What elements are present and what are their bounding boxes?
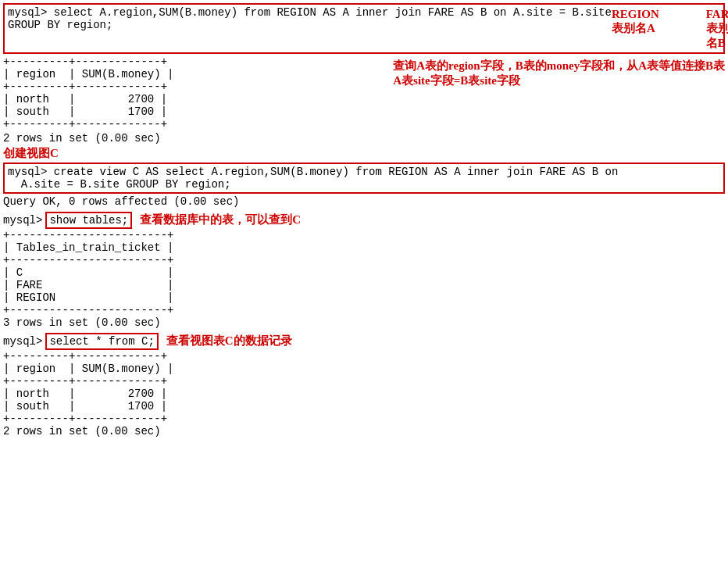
select-sep-1: +---------+-------------+ bbox=[3, 350, 725, 362]
select-row-north: | north | 2700 | bbox=[3, 388, 725, 400]
select-row-south: | south | 1700 | bbox=[3, 400, 725, 412]
show-annotation: 查看数据库中的表，可以查到C bbox=[140, 212, 301, 227]
result-1: 2 rows in set (0.00 sec) bbox=[3, 132, 725, 145]
show-row-c: | C | bbox=[3, 266, 725, 279]
create-query-line2: A.site = B.site GROUP BY region; bbox=[8, 178, 720, 191]
create-view-label: 创建视图C bbox=[3, 147, 59, 159]
show-row-fare: | FARE | bbox=[3, 279, 725, 291]
show-sep-3: +------------------------+ bbox=[3, 304, 725, 316]
fare-alias-label: FARE表别名B bbox=[706, 8, 728, 51]
query-line2: GROUP BY region; bbox=[8, 19, 112, 31]
table-sep-3: +---------+-------------+ bbox=[3, 118, 373, 130]
select-sep-2: +---------+-------------+ bbox=[3, 375, 725, 388]
select-header: | region | SUM(B.money) | bbox=[3, 362, 725, 375]
table-row-north: | north | 2700 | bbox=[3, 93, 373, 105]
table-sep-1: +---------+-------------+ bbox=[3, 55, 373, 68]
show-sep-1: +------------------------+ bbox=[3, 229, 725, 241]
show-prompt: mysql> bbox=[3, 214, 42, 227]
table-sep-2: +---------+-------------+ bbox=[3, 80, 373, 93]
create-query-line1: mysql> create view C AS select A.region,… bbox=[8, 166, 720, 178]
select-prompt: mysql> bbox=[3, 335, 42, 348]
table-header: | region | SUM(B.money) | bbox=[3, 68, 373, 80]
show-sep-2: +------------------------+ bbox=[3, 254, 725, 266]
query-ok: Query OK, 0 rows affected (0.00 sec) bbox=[3, 195, 725, 208]
show-row-region: | REGION | bbox=[3, 291, 725, 304]
select-sep-3: +---------+-------------+ bbox=[3, 412, 725, 425]
annotation-line2: A表site字段=B表site字段 bbox=[393, 73, 725, 88]
select-command[interactable]: select * from C; bbox=[45, 333, 158, 350]
result-3: 2 rows in set (0.00 sec) bbox=[3, 425, 725, 438]
result-2: 3 rows in set (0.00 sec) bbox=[3, 316, 725, 329]
show-command[interactable]: show tables; bbox=[45, 212, 132, 229]
table-row-south: | south | 1700 | bbox=[3, 105, 373, 118]
query-block-1: mysql> select A.region,SUM(B.money) from… bbox=[3, 3, 725, 54]
query-line1: mysql> select A.region,SUM(B.money) from… bbox=[8, 6, 612, 19]
annotation-line1: 查询A表的region字段，B表的money字段和，从A表等值连接B表 bbox=[393, 59, 725, 73]
create-view-block: mysql> create view C AS select A.region,… bbox=[3, 162, 725, 194]
show-header: | Tables_in_train_ticket | bbox=[3, 241, 725, 254]
select-annotation: 查看视图表C的数据记录 bbox=[166, 334, 292, 348]
region-alias-label: REGION表别名A bbox=[612, 8, 659, 51]
